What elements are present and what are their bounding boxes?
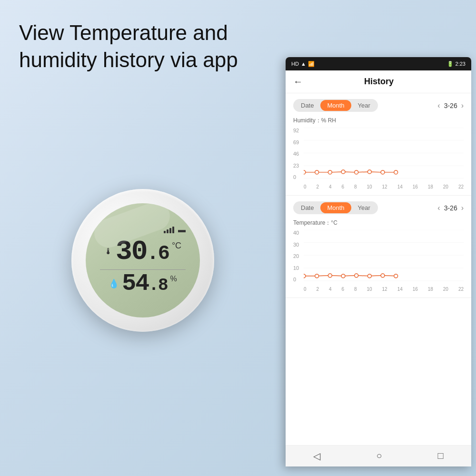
- svg-point-7: [328, 170, 332, 174]
- status-bar-right: 🔋 2:23: [447, 61, 466, 67]
- humidity-tab-year[interactable]: Year: [351, 100, 377, 111]
- y-label-46: 46: [293, 151, 299, 157]
- humidity-x-axis: 0 2 4 6 8 10 12 14 16 18 20 22: [304, 184, 464, 189]
- phone-frame: HD ▲ 📶 🔋 2:23 ← History Date Month: [286, 57, 471, 466]
- humidity-chart-section: Date Month Year ‹ 3-26 › Humidity：% RH 9…: [286, 93, 471, 196]
- battery-status-icon: 🔋: [447, 61, 454, 67]
- temp-y-label-10: 10: [293, 265, 299, 271]
- temp-y-label-0: 0: [293, 277, 299, 282]
- nav-recent-button[interactable]: □: [437, 450, 443, 462]
- headline-line2: humidity history via app: [19, 48, 238, 71]
- humidity-row: 💧 54.8 %: [109, 272, 177, 296]
- headline-line1: View Temperature and: [19, 21, 228, 44]
- humidity-next-arrow[interactable]: ›: [461, 101, 464, 110]
- back-button[interactable]: ←: [293, 76, 303, 87]
- temperature-date-nav: ‹ 3-26 ›: [437, 204, 464, 212]
- battery-icon: ▬: [178, 226, 186, 234]
- humidity-filter-row: Date Month Year ‹ 3-26 ›: [293, 99, 464, 112]
- humidity-date-label: 3-26: [444, 102, 457, 109]
- svg-point-8: [341, 170, 345, 174]
- temperature-x-axis: 0 2 4 6 8 10 12 14 16 18 20 22: [304, 287, 464, 292]
- svg-point-10: [367, 170, 371, 174]
- y-label-0: 0: [293, 174, 299, 180]
- temperature-tab-month[interactable]: Month: [320, 202, 351, 213]
- temperature-y-axis: 40 30 20 10 0: [293, 230, 299, 282]
- temperature-value: 30.6: [116, 238, 169, 266]
- time-display: 2:23: [456, 61, 466, 67]
- temperature-next-arrow[interactable]: ›: [461, 204, 464, 212]
- temperature-date-label: 3-26: [444, 204, 457, 212]
- left-panel: View Temperature and humidity history vi…: [0, 0, 281, 476]
- temp-y-label-20: 20: [293, 253, 299, 259]
- right-panel: HD ▲ 📶 🔋 2:23 ← History Date Month: [281, 0, 476, 476]
- page-title: History: [308, 77, 464, 87]
- humidity-chart-area: 92 69 46 23 0: [293, 128, 464, 189]
- svg-point-18: [304, 274, 306, 278]
- temperature-filter-tabs: Date Month Year: [293, 201, 378, 214]
- humidity-icon: 💧: [109, 278, 119, 289]
- status-bar: HD ▲ 📶 🔋 2:23: [286, 57, 471, 70]
- svg-point-24: [381, 274, 385, 278]
- humidity-y-axis: 92 69 46 23 0: [293, 128, 299, 180]
- temperature-row: 🌡 30.6 °C: [104, 238, 181, 266]
- status-bar-left: HD ▲ 📶: [291, 61, 315, 67]
- svg-point-20: [328, 274, 332, 278]
- svg-point-23: [367, 274, 371, 278]
- svg-point-6: [315, 170, 319, 174]
- humidity-chart-label: Humidity：% RH: [293, 117, 464, 125]
- nav-back-button[interactable]: ◁: [313, 450, 320, 462]
- headline: View Temperature and humidity history vi…: [19, 19, 267, 73]
- temp-y-label-40: 40: [293, 230, 299, 236]
- temperature-filter-row: Date Month Year ‹ 3-26 ›: [293, 201, 464, 214]
- device-screen: ▬ 🌡 30.6 °C 💧 54.8 %: [86, 203, 200, 317]
- app-header: ← History: [286, 70, 471, 93]
- humidity-date-nav: ‹ 3-26 ›: [437, 101, 464, 110]
- y-label-23: 23: [293, 163, 299, 169]
- device-area: ▬ 🌡 30.6 °C 💧 54.8 %: [19, 88, 267, 462]
- temperature-tab-year[interactable]: Year: [351, 202, 377, 213]
- nav-home-button[interactable]: ○: [376, 450, 382, 462]
- svg-point-9: [355, 170, 358, 174]
- y-label-92: 92: [293, 128, 299, 133]
- svg-point-25: [394, 274, 398, 278]
- svg-point-19: [315, 274, 319, 278]
- thermometer-icon: 🌡: [104, 247, 113, 257]
- svg-point-12: [394, 170, 398, 174]
- humidity-filter-tabs: Date Month Year: [293, 99, 378, 112]
- temperature-svg: [304, 230, 464, 282]
- temp-y-label-30: 30: [293, 242, 299, 248]
- carrier-icon: HD: [291, 61, 299, 67]
- y-label-69: 69: [293, 139, 299, 145]
- device-outer-ring: ▬ 🌡 30.6 °C 💧 54.8 %: [71, 189, 214, 332]
- temperature-chart-label: Temperature：°C: [293, 219, 464, 227]
- wifi-icon: 📶: [308, 61, 315, 67]
- svg-point-5: [304, 170, 306, 174]
- temperature-prev-arrow[interactable]: ‹: [437, 204, 440, 212]
- humidity-tab-month[interactable]: Month: [320, 100, 351, 111]
- screen-top-icons: ▬: [164, 226, 186, 234]
- bottom-nav: ◁ ○ □: [286, 445, 471, 466]
- svg-point-11: [381, 170, 385, 174]
- temperature-chart-section: Date Month Year ‹ 3-26 › Temperature：°C …: [286, 196, 471, 298]
- humidity-svg: [304, 128, 464, 179]
- signal-icon: ▲: [301, 61, 306, 67]
- temperature-chart-area: 40 30 20 10 0: [293, 230, 464, 292]
- chart-scroll-area[interactable]: Date Month Year ‹ 3-26 › Humidity：% RH 9…: [286, 93, 471, 445]
- humidity-prev-arrow[interactable]: ‹: [437, 101, 440, 110]
- humidity-tab-date[interactable]: Date: [294, 100, 320, 111]
- temperature-tab-date[interactable]: Date: [294, 202, 320, 213]
- temperature-unit: °C: [172, 241, 181, 251]
- signal-bars-icon: [164, 226, 174, 233]
- svg-point-21: [341, 274, 345, 278]
- svg-point-22: [355, 274, 358, 278]
- humidity-value: 54.8: [122, 272, 167, 296]
- humidity-unit: %: [170, 275, 177, 283]
